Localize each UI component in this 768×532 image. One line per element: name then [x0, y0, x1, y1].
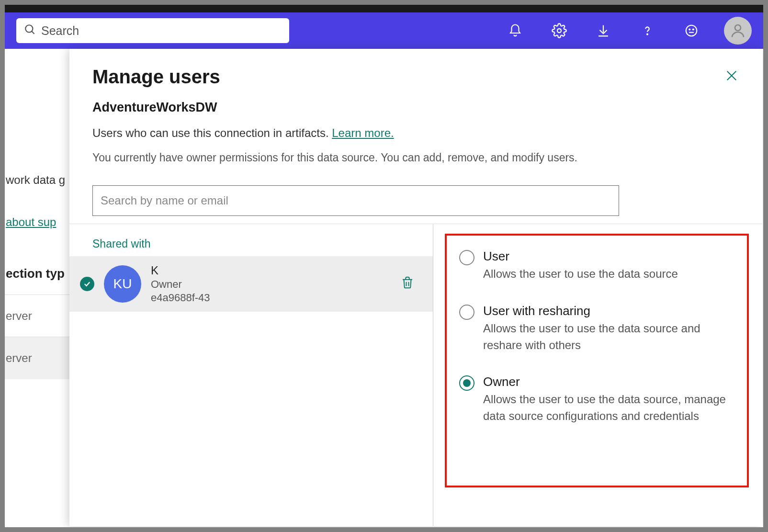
app-window: work data g about sup ection typ erver e…: [5, 5, 763, 527]
user-meta: K Owner e4a9688f-43: [151, 264, 391, 304]
download-icon[interactable]: [592, 19, 615, 42]
profile-avatar[interactable]: [724, 17, 752, 45]
role-list: User Allows the user to use the data sou…: [449, 238, 747, 436]
desc-text: Users who can use this connection in art…: [92, 126, 332, 139]
role-select-pane: User Allows the user to use the data sou…: [433, 224, 762, 526]
radio-icon-selected: [459, 375, 474, 391]
bg-row-server1: erver: [5, 295, 72, 337]
role-option-owner[interactable]: Owner Allows the user to use the data so…: [459, 374, 736, 425]
global-search[interactable]: [16, 18, 289, 43]
panel-title: Manage users: [92, 66, 739, 88]
bg-link-fragment[interactable]: about sup: [6, 215, 56, 229]
role-title: User: [483, 249, 678, 264]
svg-line-1: [32, 31, 34, 34]
role-desc: Allows the user to use the data source: [483, 266, 678, 283]
permissions-note: You currently have owner permissions for…: [92, 151, 739, 164]
svg-point-8: [735, 25, 741, 31]
user-search-input[interactable]: [92, 185, 619, 216]
bg-heading-fragment: ection typ: [6, 266, 65, 281]
user-avatar: KU: [104, 265, 141, 303]
role-text: User with resharing Allows the user to u…: [483, 304, 732, 354]
tab-shared-with[interactable]: Shared with: [69, 232, 433, 256]
role-desc: Allows the user to use the data source, …: [483, 391, 732, 425]
role-option-user-resharing[interactable]: User with resharing Allows the user to u…: [459, 304, 736, 354]
selected-check-icon: [80, 277, 94, 291]
user-row[interactable]: KU K Owner e4a9688f-43: [69, 256, 433, 312]
settings-icon[interactable]: [548, 19, 571, 42]
role-desc: Allows the user to use the data source a…: [483, 320, 732, 354]
svg-point-2: [557, 29, 561, 33]
panel-body: Shared with KU K Owner e4a9688f-43: [69, 224, 762, 526]
global-search-input[interactable]: [41, 24, 282, 38]
user-name: K: [151, 264, 391, 277]
user-role: Owner: [151, 278, 391, 291]
learn-more-link[interactable]: Learn more.: [332, 126, 394, 139]
svg-point-3: [647, 34, 648, 35]
panel-header: Manage users AdventureWorksDW Users who …: [69, 49, 762, 172]
search-icon: [24, 23, 36, 38]
role-title: User with resharing: [483, 304, 732, 318]
bg-row-server2: erver: [5, 337, 72, 379]
user-id: e4a9688f-43: [151, 292, 391, 304]
radio-icon: [459, 305, 474, 320]
manage-users-panel: Manage users AdventureWorksDW Users who …: [69, 49, 762, 526]
notifications-icon[interactable]: [504, 19, 527, 42]
role-text: User Allows the user to use the data sou…: [483, 249, 678, 283]
panel-description: Users who can use this connection in art…: [92, 126, 739, 140]
svg-point-0: [25, 25, 33, 32]
role-text: Owner Allows the user to use the data so…: [483, 374, 732, 425]
radio-icon: [459, 250, 474, 265]
topbar: [5, 12, 763, 49]
role-title: Owner: [483, 374, 732, 389]
close-button[interactable]: [724, 68, 739, 83]
user-list-pane: Shared with KU K Owner e4a9688f-43: [69, 224, 433, 526]
role-option-user[interactable]: User Allows the user to use the data sou…: [459, 249, 736, 283]
svg-point-4: [686, 25, 697, 36]
help-icon[interactable]: [636, 19, 659, 42]
background-page: work data g about sup ection typ erver e…: [5, 49, 72, 523]
bg-text-fragment: work data g: [5, 159, 72, 201]
titlebar: [5, 5, 763, 12]
feedback-icon[interactable]: [680, 19, 703, 42]
svg-point-6: [693, 29, 694, 30]
svg-point-5: [689, 29, 690, 30]
delete-user-button[interactable]: [400, 275, 418, 293]
panel-subtitle: AdventureWorksDW: [92, 100, 739, 115]
